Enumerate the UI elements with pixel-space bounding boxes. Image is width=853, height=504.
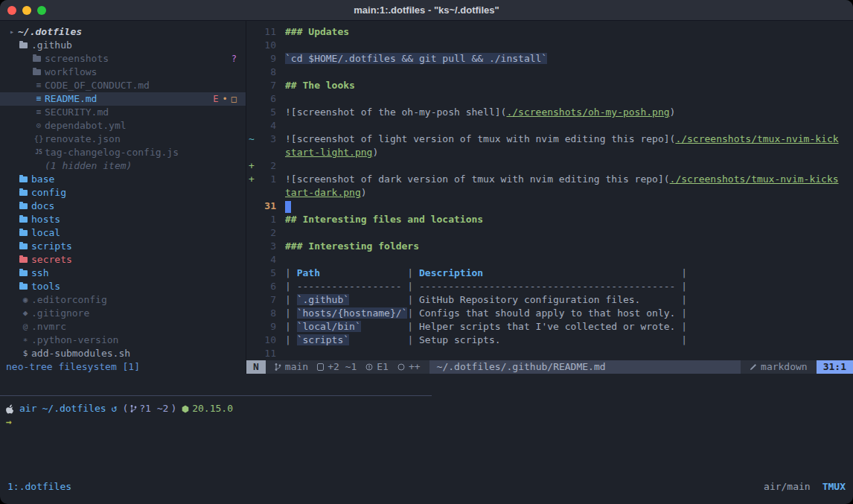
tree-item[interactable]: tools xyxy=(0,280,246,293)
md-file-icon: ≡ xyxy=(33,106,45,119)
editor-line[interactable]: 5| Path | Description | xyxy=(246,267,853,280)
editor-line[interactable]: tart-dark.png) xyxy=(246,186,853,200)
yml-file-icon: ⊙ xyxy=(33,119,45,133)
tree-item[interactable]: secrets xyxy=(0,253,246,267)
editor-line[interactable]: 10 xyxy=(246,39,853,52)
editor-line[interactable]: 11### Updates xyxy=(246,25,853,39)
editor-line[interactable]: 10| `scripts` | Setup scripts. | xyxy=(246,334,853,347)
editor-line[interactable]: 4 xyxy=(246,253,853,267)
tree-item[interactable]: ≡SECURITY.md xyxy=(0,106,246,119)
md-file-icon: ≡ xyxy=(33,92,45,106)
text-segment: | xyxy=(285,267,297,278)
editor-line[interactable]: 7## The looks xyxy=(246,79,853,92)
text-segment: start-light.png xyxy=(285,147,372,158)
line-text: tart-dark.png) xyxy=(285,186,853,200)
zoom-button[interactable] xyxy=(37,6,46,15)
editor-pane[interactable]: 11### Updates109`cd $HOME/.dotfiles && g… xyxy=(246,21,853,360)
editor-line[interactable]: 6| ------------------ | ----------------… xyxy=(246,280,853,293)
editor-line[interactable]: 9`cd $HOME/.dotfiles && git pull && ./in… xyxy=(246,52,853,66)
tree-item-label: ~/.dotfiles xyxy=(18,25,82,39)
tree-item[interactable]: ≡README.mdE•□ xyxy=(0,92,246,106)
close-button[interactable] xyxy=(7,6,16,15)
editor-line[interactable]: 31 xyxy=(246,200,853,213)
shell-pane[interactable]: air ~/.dotfiles ↺ ( ?1 ~2 ) 20.15.0 → xyxy=(0,396,853,429)
tree-item[interactable]: JStag-changelog-config.js xyxy=(0,146,246,159)
line-text: | ------------------ | -----------------… xyxy=(285,280,853,293)
editor-line[interactable]: +1![screenshot of dark version of tmux w… xyxy=(246,173,853,186)
editor-line[interactable]: 4 xyxy=(246,119,853,133)
editor-line[interactable]: 8| `hosts/{hostname}/`| Configs that sho… xyxy=(246,307,853,320)
editor-line[interactable]: +2 xyxy=(246,159,853,173)
text-segment: | xyxy=(675,321,687,332)
line-text xyxy=(285,92,853,106)
editor-line[interactable]: 9| `local/bin` | Helper scripts that I'v… xyxy=(246,320,853,334)
tree-item[interactable]: screenshots? xyxy=(0,52,246,66)
tree-item[interactable]: ⊙dependabot.yml xyxy=(0,119,246,133)
file-path: ~/.dotfiles/.github/README.md xyxy=(429,360,741,374)
git-sign xyxy=(246,253,257,267)
tree-item[interactable]: ≡CODE_OF_CONDUCT.md xyxy=(0,79,246,92)
tree-item[interactable]: workflows xyxy=(0,66,246,79)
text-segment: | xyxy=(483,267,687,278)
diagnostics-segment[interactable]: E1 xyxy=(365,360,389,374)
editor-line[interactable]: 5![screenshot of the oh-my-posh shell](.… xyxy=(246,106,853,119)
git-sign xyxy=(246,293,257,307)
tree-item[interactable]: ssh xyxy=(0,267,246,280)
tree-item[interactable]: .github xyxy=(0,39,246,52)
cursor-block xyxy=(285,201,291,213)
git-sign xyxy=(246,213,257,226)
git-sign xyxy=(246,200,257,213)
tree-item-label: .nvmrc xyxy=(31,320,66,334)
tree-item[interactable]: ◉.editorconfig xyxy=(0,293,246,307)
window-title: main:1:.dotfiles - "ks~/.dotfiles" xyxy=(0,4,853,16)
text-segment: `cd $HOME/.dotfiles && git pull && ./ins… xyxy=(285,53,547,64)
git-diff-icon xyxy=(317,363,324,371)
prompt-node-segment: 20.15.0 xyxy=(182,402,233,415)
tree-item[interactable]: @.nvmrc xyxy=(0,320,246,334)
folder-icon xyxy=(19,176,28,182)
editor-line[interactable]: 1## Interesting files and locations xyxy=(246,213,853,226)
diagnostics-count: E1 xyxy=(377,360,389,374)
text-segment: | xyxy=(285,294,297,305)
gear-file-icon: ◉ xyxy=(19,293,31,307)
editor-line[interactable]: 6 xyxy=(246,92,853,106)
tree-item[interactable]: {}renovate.json xyxy=(0,133,246,146)
text-segment: | xyxy=(349,334,419,345)
editor-line[interactable]: 11 xyxy=(246,347,853,360)
tree-item[interactable]: docs xyxy=(0,200,246,213)
git-file-icon: ◆ xyxy=(19,307,31,320)
git-sign xyxy=(246,334,257,347)
tree-item[interactable]: scripts xyxy=(0,240,246,253)
editor-line[interactable]: 7| `.github` | GitHub Repository configu… xyxy=(246,293,853,307)
editor-line[interactable]: ~3![screenshot of light version of tmux … xyxy=(246,133,853,146)
line-number: 5 xyxy=(257,106,276,119)
neotree-statusline: neo-tree filesystem [1] xyxy=(0,360,246,374)
tree-item-label: screenshots xyxy=(45,52,109,66)
tree-item[interactable]: base xyxy=(0,173,246,186)
git-sign xyxy=(246,66,257,79)
tmux-session-tab[interactable]: 1:.dotfiles xyxy=(7,480,71,494)
tree-item[interactable]: config xyxy=(0,186,246,200)
editor-line[interactable]: start-light.png) xyxy=(246,146,853,159)
tree-item[interactable]: ◆.gitignore xyxy=(0,307,246,320)
tree-item[interactable]: ∗.python-version xyxy=(0,334,246,347)
minimize-button[interactable] xyxy=(22,6,31,15)
tree-item[interactable]: ▸~/.dotfiles xyxy=(0,25,246,39)
git-status-markers: E•□ xyxy=(213,92,246,106)
tree-item[interactable]: hosts xyxy=(0,213,246,226)
git-branch-segment[interactable]: main xyxy=(275,360,308,374)
editor-line[interactable]: 8 xyxy=(246,66,853,79)
tree-item-label: secrets xyxy=(31,253,72,267)
folder-icon xyxy=(19,284,28,290)
chevron-icon: ▸ xyxy=(6,25,18,39)
tree-item[interactable]: (1 hidden item) xyxy=(0,159,246,173)
shell-input-line[interactable]: → xyxy=(6,415,853,429)
line-number: 9 xyxy=(257,320,276,334)
text-segment: tart-dark.png xyxy=(285,187,361,198)
editor-line[interactable]: 2 xyxy=(246,226,853,240)
tree-item[interactable]: local xyxy=(0,226,246,240)
tree-item[interactable]: $add-submodules.sh xyxy=(0,347,246,360)
diagnostic-error-badge: E xyxy=(213,92,218,106)
tree-item-label: README.md xyxy=(45,92,97,106)
editor-line[interactable]: 3### Interesting folders xyxy=(246,240,853,253)
